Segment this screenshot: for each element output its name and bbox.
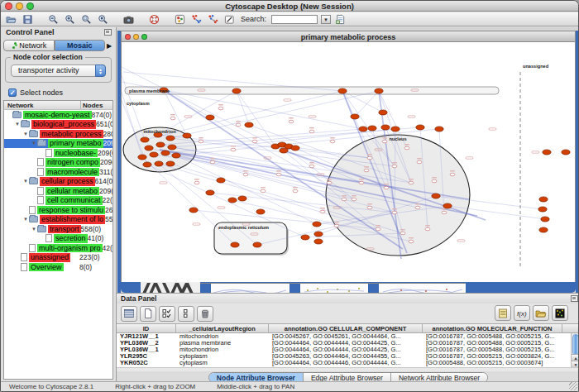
vizmapper-button[interactable] <box>173 13 187 26</box>
node[interactable] <box>231 242 239 247</box>
tree-row-macromolecule[interactable]: macromolecule311(0) <box>4 167 112 177</box>
network-frame-titlebar[interactable]: primary metabolic process <box>121 31 576 42</box>
dp-notes-button[interactable] <box>495 305 511 321</box>
dp-folder-button[interactable] <box>533 305 549 321</box>
copy-network-1-button[interactable] <box>189 13 203 26</box>
dp-fx-button[interactable] <box>514 305 530 321</box>
small-node[interactable] <box>309 130 314 133</box>
small-node[interactable] <box>404 146 409 150</box>
small-node[interactable] <box>450 173 455 176</box>
tree-row-nucleobase-[interactable]: nucleobase-209(0) <box>4 148 112 158</box>
small-node[interactable] <box>382 140 387 143</box>
node[interactable] <box>314 232 323 237</box>
node[interactable] <box>206 190 214 195</box>
small-node[interactable] <box>194 181 199 184</box>
dp-matrix-button[interactable] <box>552 305 568 321</box>
small-node[interactable] <box>417 160 422 164</box>
scrollbar-thumb[interactable] <box>572 334 579 356</box>
background-window-sliver[interactable] <box>290 283 368 293</box>
small-node[interactable] <box>170 117 175 120</box>
zoom-fit-button[interactable] <box>96 13 110 26</box>
node[interactable] <box>359 127 367 131</box>
node[interactable] <box>143 162 151 167</box>
tree-row-biological-process[interactable]: ▼biological_process651(0) <box>4 120 112 130</box>
small-node[interactable] <box>392 165 397 168</box>
dp-table-button[interactable] <box>121 306 137 322</box>
small-node[interactable] <box>236 123 241 127</box>
annotation-button[interactable] <box>223 13 237 26</box>
small-node[interactable] <box>364 169 369 172</box>
frame-close-button[interactable] <box>125 34 131 40</box>
small-node[interactable] <box>392 211 397 214</box>
dp-trash-button[interactable] <box>197 306 213 322</box>
tree-column-network[interactable]: Network <box>4 101 81 109</box>
node[interactable] <box>562 150 570 155</box>
frame-zoom-button[interactable] <box>141 34 147 40</box>
tree-row-overview[interactable]: Overview8(0) <box>4 262 112 272</box>
dp-newdoc-button[interactable] <box>140 306 156 322</box>
tab-network-attribute-browser[interactable]: Network Attribute Browser <box>391 373 487 382</box>
small-node[interactable] <box>432 179 437 183</box>
tree-row-metabolic-process[interactable]: ▼metabolic process280(0) <box>4 129 112 139</box>
small-node[interactable] <box>359 181 364 184</box>
node[interactable] <box>432 194 440 198</box>
tree-row-multi-organism-pro[interactable]: multi-organism pro42(0) <box>4 243 112 253</box>
small-node[interactable] <box>409 181 414 184</box>
node[interactable] <box>368 126 376 131</box>
column-header-1[interactable]: _cellularLayoutRegion <box>176 324 269 332</box>
tree-expander-icon[interactable]: ▼ <box>22 131 29 136</box>
node[interactable] <box>155 161 163 166</box>
node[interactable] <box>256 209 265 214</box>
node[interactable] <box>141 137 149 142</box>
table-row[interactable]: YPL036W__1mitochondrion[GO:0044464, GO:0… <box>117 347 579 353</box>
node[interactable] <box>183 133 191 138</box>
tree-expander-icon[interactable]: ▼ <box>14 122 21 127</box>
search-dropdown-button[interactable]: ▼ <box>321 15 331 24</box>
node[interactable] <box>391 127 400 131</box>
node[interactable] <box>189 208 198 213</box>
resize-grip[interactable] <box>569 382 577 390</box>
small-node[interactable] <box>218 107 223 110</box>
zoom-window-button[interactable] <box>26 2 34 10</box>
small-node[interactable] <box>276 173 281 176</box>
zoom-selected-button[interactable] <box>79 13 93 26</box>
small-node[interactable] <box>384 186 389 189</box>
tree-row-mosaic-demo-yeast[interactable]: mosaic-demo-yeast874(0) <box>4 110 112 120</box>
close-window-button[interactable] <box>5 2 12 10</box>
scroll-down-button[interactable]: ▼ <box>572 361 579 367</box>
table-row[interactable]: YKR052Ccytoplasm[GO:0044464, GO:0044446,… <box>117 360 579 366</box>
tab-overflow-arrow[interactable]: ▶ <box>105 42 113 50</box>
network-canvas[interactable]: plasma membranecytoplasmmitochondrionnuc… <box>121 42 576 282</box>
node[interactable] <box>538 207 547 212</box>
table-row[interactable]: YLR295Ccytoplasm[GO:0045263, GO:0044464,… <box>117 353 579 360</box>
node[interactable] <box>238 196 246 201</box>
attribute-doc-button[interactable] <box>333 13 347 26</box>
save-button[interactable] <box>21 13 35 26</box>
scroll-up-button[interactable]: ▲ <box>572 354 579 361</box>
tree-row-cell-communicat[interactable]: cell communicat22(0) <box>4 196 112 206</box>
column-header-3[interactable]: annotation.GO MOLECULAR_FUNCTION <box>423 324 562 332</box>
table-row[interactable]: YDR039C__1mitochondrion[GO:0044464, GO:0… <box>117 366 579 367</box>
node[interactable] <box>280 148 288 153</box>
node[interactable] <box>145 146 153 151</box>
node[interactable] <box>228 198 237 203</box>
node[interactable] <box>381 125 390 130</box>
open-file-button[interactable] <box>4 13 18 26</box>
node[interactable] <box>541 217 549 222</box>
tree-row-cellular-process[interactable]: ▼cellular process614(0) <box>4 177 112 187</box>
small-node[interactable] <box>376 227 380 231</box>
small-node[interactable] <box>415 206 420 209</box>
float-panel-icon[interactable] <box>571 295 578 302</box>
small-node[interactable] <box>231 148 236 151</box>
search-input[interactable] <box>271 15 318 24</box>
tree-row-cellular-metabo[interactable]: cellular metabo209(0) <box>4 186 112 196</box>
small-node[interactable] <box>334 224 339 227</box>
background-window-sliver[interactable] <box>200 283 290 293</box>
column-header-0[interactable]: ID <box>117 324 176 332</box>
node[interactable] <box>232 88 241 93</box>
node[interactable] <box>168 145 176 150</box>
small-node[interactable] <box>400 232 405 235</box>
small-node[interactable] <box>210 160 215 164</box>
small-node[interactable] <box>289 120 294 123</box>
tree-expander-icon[interactable]: ▼ <box>22 179 29 184</box>
